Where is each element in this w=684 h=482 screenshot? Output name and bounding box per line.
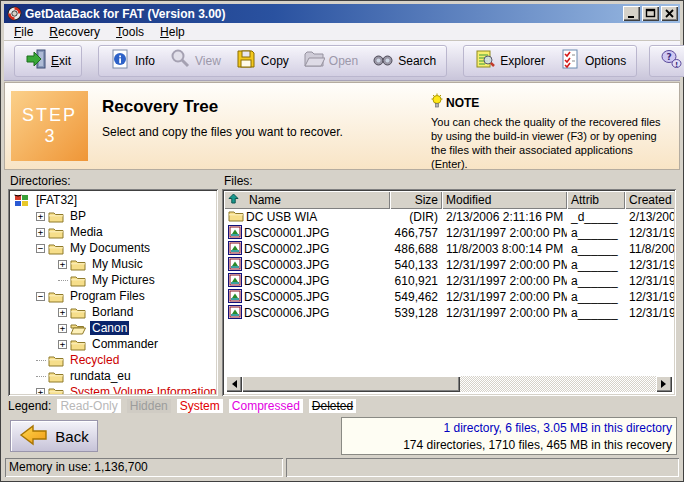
- toolbar-search-button[interactable]: Search: [365, 47, 443, 75]
- tree-item-commander[interactable]: +Commander: [10, 336, 216, 352]
- file-row[interactable]: DSC00003.JPG540,13312/31/1997 2:00:00 PM…: [224, 257, 674, 273]
- folder-icon: [48, 226, 64, 239]
- scroll-right-button[interactable]: [656, 376, 672, 392]
- toolbar-exit-button[interactable]: Exit: [18, 47, 78, 75]
- toolbar-explorer-button[interactable]: Explorer: [467, 47, 552, 75]
- tree-connector: [58, 280, 68, 281]
- file-cell-size: 549,462: [390, 290, 442, 304]
- minimize-button[interactable]: [623, 6, 640, 21]
- tree-item-program-files[interactable]: −Program Files: [10, 288, 216, 304]
- tree-item-label: Commander: [90, 337, 160, 351]
- tree-item-my-documents[interactable]: −My Documents: [10, 240, 216, 256]
- file-cell-modified: 12/31/1997 2:00:00 PM: [442, 306, 567, 320]
- file-cell-name: DC USB WIA: [224, 209, 390, 225]
- file-cell-size: 539,128: [390, 306, 442, 320]
- horizontal-scrollbar[interactable]: [226, 376, 672, 392]
- search-icon: [372, 48, 394, 73]
- stats-box: 1 directory, 6 files, 3.05 MB in this di…: [341, 417, 677, 455]
- file-cell-modified: 12/31/1997 2:00:00 PM: [442, 226, 567, 240]
- directory-tree-panel: [FAT32]+BP+Media−My Documents+My MusicMy…: [8, 189, 218, 396]
- scroll-left-button[interactable]: [226, 376, 242, 392]
- folder-icon: [48, 210, 64, 223]
- legend-read-only: Read-Only: [57, 399, 120, 413]
- file-cell-attrib: a______: [567, 226, 625, 240]
- title-bar: GetDataBack for FAT (Version 3.00): [4, 4, 680, 23]
- maximize-button[interactable]: [642, 6, 659, 21]
- toolbar-view-button: View: [162, 47, 228, 75]
- app-window: GetDataBack for FAT (Version 3.00) FileR…: [0, 0, 684, 482]
- tree-item-my-music[interactable]: +My Music: [10, 256, 216, 272]
- file-row[interactable]: DSC00005.JPG549,46212/31/1997 2:00:00 PM…: [224, 289, 674, 305]
- menu-item-recovery[interactable]: Recovery: [41, 24, 108, 40]
- file-cell-attrib: a______: [567, 290, 625, 304]
- tree-item-system-volume-information[interactable]: +System Volume Information: [10, 384, 216, 394]
- toolbar-button-label: View: [195, 54, 221, 68]
- tree-item-label: Recycled: [68, 353, 121, 367]
- expand-icon[interactable]: +: [58, 260, 67, 269]
- file-row[interactable]: DSC00004.JPG610,92112/31/1997 2:00:00 PM…: [224, 273, 674, 289]
- legend-system: System: [177, 399, 223, 413]
- file-row[interactable]: DC USB WIA(DIR)2/13/2006 2:11:16 PM_d___…: [224, 209, 674, 225]
- expand-icon[interactable]: +: [58, 308, 67, 317]
- files-panel: NameSizeModifiedAttribCreated DC USB WIA…: [222, 189, 676, 396]
- folder-icon: [48, 386, 64, 395]
- tree-item-my-pictures[interactable]: My Pictures: [10, 272, 216, 288]
- toolbar-options-button[interactable]: Options: [552, 47, 633, 75]
- file-cell-name: DSC00005.JPG: [224, 289, 390, 306]
- expand-icon[interactable]: +: [36, 228, 45, 237]
- expand-icon[interactable]: +: [36, 212, 45, 221]
- toolbar-info-button[interactable]: Info: [102, 47, 162, 75]
- toolbar-group: InfoViewCopyOpenSearch: [98, 45, 447, 77]
- file-cell-created: 12/31/19: [625, 258, 674, 272]
- collapse-icon[interactable]: −: [36, 292, 45, 301]
- menu-item-tools[interactable]: Tools: [108, 24, 152, 40]
- toolbar-group: Exit: [14, 45, 82, 77]
- file-row[interactable]: DSC00006.JPG539,12812/31/1997 2:00:00 PM…: [224, 305, 674, 321]
- file-row[interactable]: DSC00002.JPG486,68811/8/2003 8:00:14 PMa…: [224, 241, 674, 257]
- tree-item-label: [FAT32]: [34, 193, 79, 207]
- tree-item-media[interactable]: +Media: [10, 224, 216, 240]
- close-button[interactable]: [661, 6, 678, 21]
- tree-item-label: System Volume Information: [68, 385, 216, 394]
- tree-item-bp[interactable]: +BP: [10, 208, 216, 224]
- column-header-size[interactable]: Size: [390, 191, 442, 209]
- back-button[interactable]: Back: [10, 420, 98, 452]
- tree-item-canon[interactable]: +Canon: [10, 320, 216, 336]
- tree-item-recycled[interactable]: Recycled: [10, 352, 216, 368]
- back-button-label: Back: [55, 428, 88, 445]
- menu-item-help[interactable]: Help: [152, 24, 193, 40]
- lightbulb-icon: [431, 93, 443, 112]
- menu-item-file[interactable]: File: [6, 24, 41, 40]
- file-cell-name: DSC00006.JPG: [224, 305, 390, 322]
- column-header-attrib[interactable]: Attrib: [567, 191, 625, 209]
- toolbar-help-button[interactable]: ?!Help: [653, 47, 684, 75]
- column-header-label: Name: [249, 193, 281, 207]
- collapse-icon[interactable]: −: [36, 244, 45, 253]
- column-header-created[interactable]: Created: [625, 191, 674, 209]
- column-header-modified[interactable]: Modified: [442, 191, 567, 209]
- exit-icon: [25, 48, 47, 73]
- file-name: DC USB WIA: [246, 210, 317, 224]
- file-cell-created: 12/31/19: [625, 306, 674, 320]
- file-cell-modified: 12/31/1997 2:00:00 PM: [442, 258, 567, 272]
- toolbar-copy-button[interactable]: Copy: [228, 47, 296, 75]
- column-header-label: Modified: [446, 193, 491, 207]
- step-word: STEP: [22, 105, 77, 126]
- tree-item-borland[interactable]: +Borland: [10, 304, 216, 320]
- folder-icon: [228, 209, 244, 225]
- tree-item--fat32-[interactable]: [FAT32]: [10, 192, 216, 208]
- stats-directory-line: 1 directory, 6 files, 3.05 MB in this di…: [346, 419, 672, 437]
- column-header-name[interactable]: Name: [224, 191, 390, 209]
- scrollbar-track[interactable]: [460, 376, 656, 392]
- note-box: NOTE You can check the quality of the re…: [431, 83, 679, 169]
- note-label: NOTE: [446, 96, 479, 110]
- expand-icon[interactable]: +: [58, 340, 67, 349]
- image-file-icon: [228, 241, 242, 258]
- expand-icon[interactable]: +: [36, 388, 45, 395]
- step-number: 3: [44, 126, 54, 147]
- tree-item-rundata-eu[interactable]: rundata_eu: [10, 368, 216, 384]
- windows-logo-icon: [14, 194, 30, 207]
- file-row[interactable]: DSC00001.JPG466,75712/31/1997 2:00:00 PM…: [224, 225, 674, 241]
- scrollbar-thumb[interactable]: [242, 376, 460, 392]
- expand-icon[interactable]: +: [58, 324, 67, 333]
